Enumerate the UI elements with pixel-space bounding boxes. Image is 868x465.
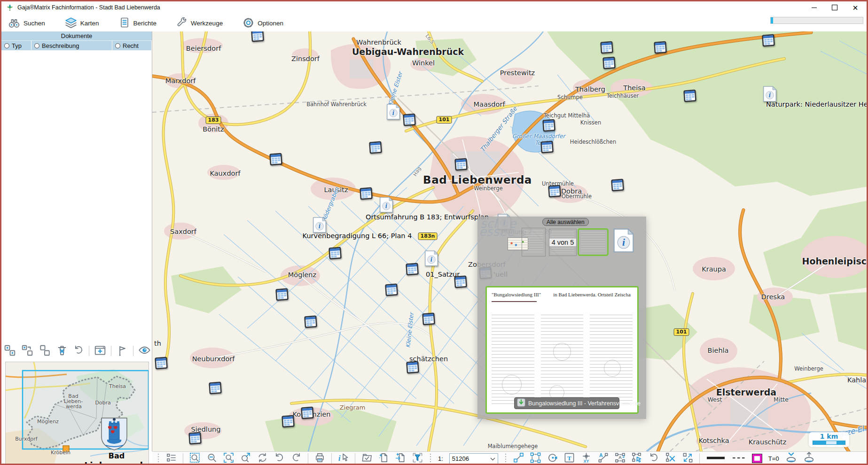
toolbar-berichte[interactable]: Berichte: [116, 16, 160, 30]
document-marker-icon[interactable]: [761, 33, 775, 50]
info-marker-icon[interactable]: i: [313, 217, 327, 235]
document-marker-icon[interactable]: [368, 140, 383, 157]
column-header-recht[interactable]: Recht: [112, 41, 152, 50]
document-marker-icon[interactable]: [602, 56, 616, 72]
feature-info-button[interactable]: i: [338, 452, 349, 465]
legend-button[interactable]: [166, 452, 177, 465]
close-button[interactable]: ✕: [845, 1, 866, 14]
document-marker-icon[interactable]: [405, 262, 419, 279]
document-marker-icon[interactable]: [454, 275, 468, 291]
zoom-out-button[interactable]: [206, 452, 217, 465]
document-marker-icon[interactable]: [683, 89, 697, 105]
document-marker-icon[interactable]: [304, 315, 318, 331]
info-marker-icon[interactable]: i: [379, 196, 393, 215]
move-nodes-button[interactable]: [682, 452, 693, 465]
edit-nodes-button[interactable]: [530, 452, 541, 465]
minimize-button[interactable]: [804, 1, 824, 14]
flag-button[interactable]: [116, 344, 129, 358]
print-button[interactable]: [314, 452, 325, 465]
document-marker-icon[interactable]: [328, 246, 342, 263]
document-marker-icon[interactable]: [300, 406, 314, 422]
info-marker-icon[interactable]: i: [424, 250, 438, 269]
zoom-goto-button[interactable]: [240, 452, 251, 465]
undo-icon: [73, 345, 84, 357]
select-all-button[interactable]: Alle auswählen: [542, 218, 589, 226]
info-document-thumbnail[interactable]: i: [613, 227, 634, 256]
column-header-typ[interactable]: Typ: [1, 41, 31, 50]
line-style-sample: [732, 453, 746, 464]
maximize-button[interactable]: [824, 1, 845, 14]
info-marker-icon[interactable]: i: [763, 85, 777, 104]
undo-button[interactable]: [73, 344, 85, 357]
select-toggle-button[interactable]: [38, 344, 51, 358]
zoom-extent-button[interactable]: [223, 452, 234, 465]
info-marker-icon[interactable]: i: [386, 103, 400, 122]
document-marker-icon[interactable]: [250, 31, 265, 45]
document-marker-icon[interactable]: [269, 152, 283, 169]
separator: [183, 453, 183, 464]
page-thumbnail-2[interactable]: [522, 228, 546, 256]
svg-text:2: 2: [622, 455, 625, 459]
document-marker-icon[interactable]: [454, 157, 468, 174]
select-folder-button[interactable]: [361, 452, 372, 465]
download-bar[interactable]: Bungalowsiedlung III - Verfahrensvermerk…: [514, 397, 619, 409]
page-thumbnail-3[interactable]: 4 von 5: [549, 229, 577, 256]
document-marker-icon[interactable]: [384, 283, 399, 299]
delete-nodes-button[interactable]: [665, 452, 676, 465]
select-add-button[interactable]: [21, 344, 34, 358]
scale-combobox[interactable]: 51206: [449, 453, 498, 464]
overview-map[interactable]: TheisaBadLieben-werdaDobraMöglenzBurxdor…: [5, 362, 149, 465]
measure-line-button[interactable]: [513, 452, 524, 465]
align-labels-button[interactable]: A2: [615, 452, 626, 465]
document-marker-icon[interactable]: [406, 360, 420, 377]
import-document-button[interactable]: [395, 452, 406, 465]
label-line-button[interactable]: A: [598, 452, 609, 465]
page-thumbnail-4-selected[interactable]: [578, 228, 609, 256]
document-preview-page[interactable]: "Bungalowsiedlung III"in Bad Liebenwerda…: [485, 286, 639, 414]
new-window-button[interactable]: [94, 344, 107, 358]
document-marker-icon[interactable]: [610, 178, 625, 194]
zoom-window-button[interactable]: [189, 452, 200, 465]
download-label: Bungalowsiedlung III - Verfahrensvermerk…: [528, 400, 641, 407]
map-viewport[interactable]: WahrenbrückUebigau-WahrenbrückWinkelPres…: [152, 31, 868, 451]
layer-up-button[interactable]: [803, 452, 815, 465]
document-marker-icon[interactable]: [281, 414, 295, 431]
preview-button[interactable]: [138, 343, 151, 358]
window-title: Gaja®Matrix Fachinformation - Stadt Bad …: [17, 4, 160, 11]
toolbar-optionen[interactable]: Optionen: [240, 16, 286, 31]
view-forward-button[interactable]: [291, 452, 302, 465]
select-new-button[interactable]: [3, 344, 16, 358]
refresh-button[interactable]: [257, 452, 268, 465]
document-marker-icon[interactable]: [540, 140, 554, 156]
document-marker-icon[interactable]: [359, 186, 373, 203]
chevron-down-icon[interactable]: [490, 455, 495, 462]
svg-text:A: A: [618, 455, 622, 460]
document-marker-icon[interactable]: [547, 184, 562, 201]
document-marker-icon[interactable]: [208, 381, 222, 397]
filter-button[interactable]: [412, 452, 423, 465]
view-back-button[interactable]: [274, 452, 285, 465]
layer-down-button[interactable]: [785, 452, 797, 465]
toolbar-werkzeuge[interactable]: Werkzeuge: [173, 16, 226, 30]
new-document-button[interactable]: [378, 452, 389, 465]
text-tool-button[interactable]: T: [564, 452, 575, 465]
select-nodes-button[interactable]: [632, 452, 642, 465]
document-marker-icon[interactable]: [402, 113, 416, 129]
undo-edit-button[interactable]: [649, 452, 659, 465]
document-marker-icon[interactable]: [154, 356, 168, 372]
toolbar-suchen[interactable]: Suchen: [5, 16, 48, 31]
documents-list-empty[interactable]: [1, 50, 152, 336]
coordinates-button[interactable]: XY: [581, 452, 592, 465]
document-marker-icon[interactable]: [422, 312, 436, 328]
toolbar-karten[interactable]: Karten: [62, 16, 102, 31]
column-header-beschreibung[interactable]: Beschreibung: [31, 41, 112, 50]
rotate-nodes-button[interactable]: [547, 452, 558, 465]
svg-text:i: i: [769, 92, 771, 99]
color-swatch[interactable]: [752, 454, 762, 463]
document-marker-icon[interactable]: [275, 287, 289, 304]
document-marker-icon[interactable]: [542, 118, 556, 135]
document-marker-icon[interactable]: [653, 40, 667, 57]
document-marker-icon[interactable]: [188, 431, 202, 448]
document-marker-icon[interactable]: [600, 40, 614, 57]
clear-selection-button[interactable]: [55, 344, 69, 358]
